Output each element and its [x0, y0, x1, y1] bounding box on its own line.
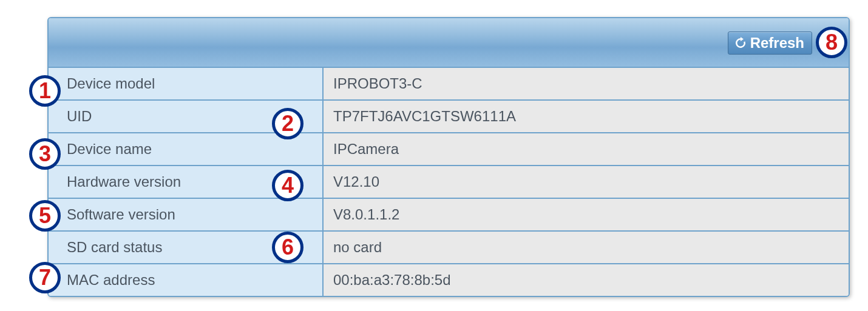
mac-address-label: MAC address [49, 264, 323, 296]
device-model-value: IPROBOT3-C [323, 68, 849, 100]
table-row: Device name IPCamera [49, 133, 849, 166]
software-version-value: V8.0.1.1.2 [323, 198, 849, 231]
refresh-icon [733, 36, 748, 50]
table-row: Software version V8.0.1.1.2 [49, 198, 849, 231]
device-info-panel: Refresh Device model IPROBOT3-C UID TP7F… [47, 17, 850, 297]
refresh-button[interactable]: Refresh [728, 32, 812, 55]
mac-address-value: 00:ba:a3:78:8b:5d [323, 264, 849, 296]
software-version-label: Software version [49, 198, 323, 231]
device-name-value: IPCamera [323, 133, 849, 166]
table-row: MAC address 00:ba:a3:78:8b:5d [49, 264, 849, 296]
callout-6: 6 [272, 232, 303, 263]
callout-8: 8 [816, 27, 847, 58]
table-row: SD card status no card [49, 231, 849, 264]
panel-header: Refresh [49, 18, 849, 68]
table-row: Device model IPROBOT3-C [49, 68, 849, 100]
device-info-table: Device model IPROBOT3-C UID TP7FTJ6AVC1G… [49, 68, 849, 296]
device-model-label: Device model [49, 68, 323, 100]
hardware-version-value: V12.10 [323, 166, 849, 198]
callout-3: 3 [29, 138, 61, 170]
callout-4: 4 [272, 170, 303, 201]
table-row: UID TP7FTJ6AVC1GTSW6111A [49, 100, 849, 133]
callout-5: 5 [29, 200, 61, 232]
callout-7: 7 [29, 262, 61, 293]
callout-2: 2 [272, 108, 303, 139]
uid-value: TP7FTJ6AVC1GTSW6111A [323, 100, 849, 133]
callout-1: 1 [29, 75, 61, 107]
refresh-label: Refresh [750, 35, 804, 52]
table-row: Hardware version V12.10 [49, 166, 849, 198]
sd-card-status-value: no card [323, 231, 849, 264]
